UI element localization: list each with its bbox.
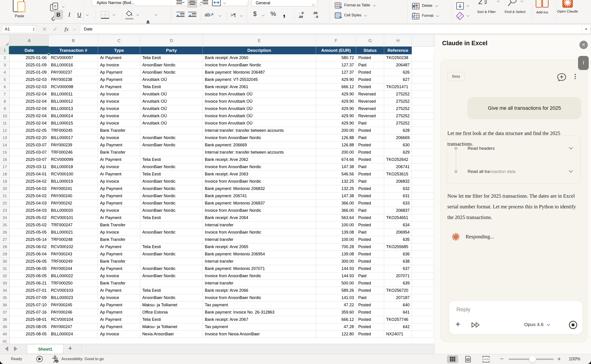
cell[interactable]: Ap Payment [98, 142, 140, 149]
cell[interactable] [412, 214, 434, 221]
cell[interactable] [412, 309, 434, 316]
font-color-chevron-icon[interactable] [155, 13, 158, 16]
cell[interactable]: Ap Invoice [98, 178, 140, 185]
cell[interactable]: 628 [384, 127, 412, 134]
cell[interactable]: Bank payment: Invoice No. 26-312863 [203, 309, 316, 316]
cell[interactable]: TRF000247 [49, 221, 98, 229]
row-number[interactable]: 32 [0, 273, 10, 280]
cell[interactable]: 636 [384, 251, 412, 258]
cell[interactable]: Posted [356, 76, 384, 83]
cell[interactable]: Office Estonia [140, 309, 203, 316]
cell[interactable]: PAY000243 [49, 251, 98, 258]
cell[interactable]: 100.00 [316, 236, 356, 243]
cell[interactable]: 634 [384, 221, 412, 229]
cell[interactable]: 2025-06-04 [10, 251, 49, 258]
number-format-select[interactable]: General [251, 0, 317, 6]
cell[interactable]: Posted [356, 171, 384, 178]
cell[interactable]: Posted [356, 83, 384, 91]
row-number[interactable]: 6 [0, 83, 10, 91]
cell[interactable]: 500.00 [316, 280, 356, 287]
cell[interactable]: Ar Payment [98, 83, 140, 91]
cell[interactable] [412, 142, 434, 149]
sort-filter-chevron-icon[interactable] [497, 0, 500, 2]
cell[interactable] [140, 149, 203, 156]
cell[interactable]: Posted [356, 221, 384, 229]
cell[interactable]: Paid [356, 294, 384, 301]
cell[interactable] [140, 280, 203, 287]
cell[interactable]: Posted [356, 69, 384, 76]
cell[interactable]: Bank payment: Montonio 206954 [203, 251, 316, 258]
cell[interactable]: Ap Invoice [98, 98, 140, 105]
increase-indent-icon[interactable] [188, 12, 196, 17]
cell[interactable]: Bank Transfer [98, 258, 140, 265]
cell[interactable] [412, 163, 434, 171]
cell[interactable]: Internal transfer [203, 338, 316, 344]
find-select-chevron-icon[interactable] [520, 0, 524, 2]
column-header-C[interactable]: C [98, 35, 140, 46]
cell[interactable]: 127.37 [316, 69, 356, 76]
format-cells-icon[interactable] [412, 13, 420, 20]
cell[interactable]: BILL000021 [49, 229, 98, 236]
cell[interactable]: 127.37 [316, 62, 356, 69]
cell[interactable]: 580.72 [316, 54, 356, 62]
italic-button[interactable]: I [66, 10, 73, 20]
cell[interactable]: 2025-08-01 [10, 316, 49, 323]
row-number[interactable]: 17 [0, 163, 10, 171]
step-chevron-icon[interactable] [569, 168, 573, 172]
cell[interactable]: 206741 [384, 163, 412, 171]
cell[interactable]: 429.90 [316, 120, 356, 127]
column-header-D[interactable]: D [140, 35, 203, 46]
cell[interactable]: Bank Transfer [98, 221, 140, 229]
cell[interactable]: 2025-06-02 [10, 243, 49, 251]
cell[interactable] [412, 338, 434, 344]
cell[interactable]: 206487 [384, 62, 412, 69]
cell[interactable] [412, 127, 434, 134]
accessibility-icon[interactable] [52, 356, 59, 363]
format-as-table-icon[interactable] [335, 2, 342, 9]
cell[interactable]: TRF000246 [49, 149, 98, 156]
cell[interactable]: Maksu- ja Tolliamet [140, 323, 203, 331]
cell[interactable]: Internal transfer: transfer between acco… [203, 127, 316, 134]
cell[interactable]: 2025-02-20 [10, 134, 49, 142]
header-cell[interactable]: Party [140, 46, 203, 54]
row-number[interactable]: 20 [0, 185, 10, 192]
zoom-slider[interactable] [509, 358, 554, 360]
sort-filter-icon[interactable]: Z [478, 0, 489, 6]
cell[interactable] [412, 301, 434, 309]
prev-sheet-icon[interactable] [5, 346, 8, 351]
cell[interactable]: Invoice from AnsonBaer Nordic [203, 178, 316, 185]
cell[interactable]: 674.66 [316, 156, 356, 163]
cell[interactable]: Bank Transfer [98, 236, 140, 243]
name-box[interactable]: A1 ▲▼ [2, 25, 36, 33]
cell[interactable]: Invoice from Arvutitark OÜ [203, 91, 316, 98]
cell[interactable] [412, 243, 434, 251]
cell[interactable]: 2025-06-05 [10, 265, 49, 273]
cell[interactable]: Ar Payment [98, 54, 140, 62]
cell[interactable]: 139.08 [316, 229, 356, 236]
cell[interactable]: 126.88 [316, 142, 356, 149]
cell[interactable]: Bank receipt: Arve 2061 [203, 83, 316, 91]
cell[interactable]: 300.00 [316, 258, 356, 265]
cell[interactable]: 2025-03-07 [10, 142, 49, 149]
cell[interactable]: 206832 [384, 178, 412, 185]
cell[interactable]: BILL000019 [49, 178, 98, 185]
cell[interactable]: Bank receipt: Arve 2062 [203, 156, 316, 163]
borders-chevron-icon[interactable] [112, 13, 115, 16]
cell[interactable]: TRF000245 [49, 127, 98, 134]
cell[interactable]: RCV000101 [49, 214, 98, 221]
cell[interactable]: AnsonBaer Nordic [140, 142, 203, 149]
row-number[interactable]: 34 [0, 287, 10, 294]
cell[interactable]: Ar Payment [98, 156, 140, 163]
cell[interactable]: TRF000248 [49, 236, 98, 243]
row-number[interactable]: 7 [0, 91, 10, 98]
cell[interactable] [412, 62, 434, 69]
cell[interactable]: 206669 [384, 134, 412, 142]
formula-bar-expand-icon[interactable]: ▼ [582, 25, 590, 33]
fx-chevron-icon[interactable] [73, 27, 76, 30]
cell[interactable]: TKO256720 [384, 287, 412, 294]
info-icon[interactable]: i [578, 56, 589, 70]
cell[interactable]: PAY000246 [49, 309, 98, 316]
cell[interactable]: BILL000023 [49, 294, 98, 301]
cell[interactable]: 2025-04-01 [10, 171, 49, 178]
cell[interactable]: 2025-01-06 [10, 54, 49, 62]
